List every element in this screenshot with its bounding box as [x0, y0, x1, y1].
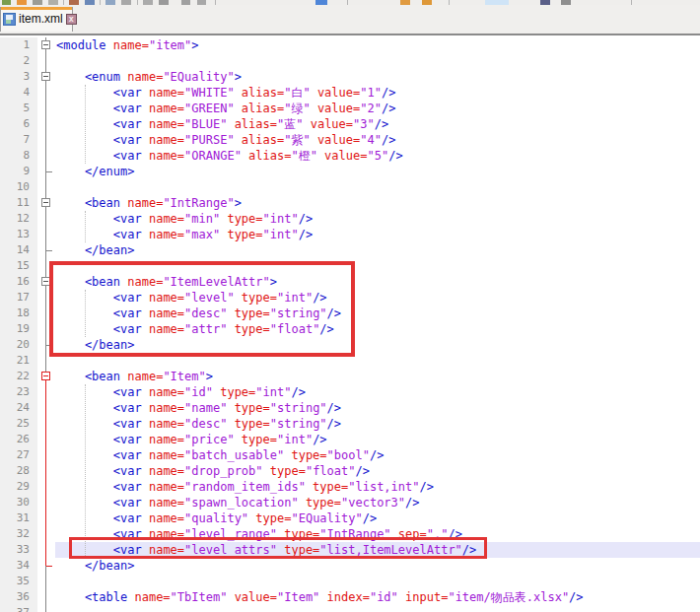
code-line[interactable]: 13 <var name="max" type="int"/> — [0, 227, 700, 242]
code-line[interactable]: 16 <bean name="ItemLevelAttr"> — [0, 274, 700, 290]
code-line[interactable]: 7 <var name="PURSE" alias="紫" value="4"/… — [0, 132, 700, 148]
indent-guide — [85, 290, 86, 337]
code-line[interactable]: 28 <var name="drop_prob" type="float"/> — [0, 463, 700, 479]
code-line[interactable]: 4 <var name="WHITE" alias="白" value="1"/… — [0, 85, 700, 101]
code-line[interactable]: 2 — [0, 53, 700, 69]
fold-toggle-icon[interactable] — [37, 369, 55, 384]
fold-toggle-icon[interactable] — [37, 69, 55, 85]
xml-attribute: type= — [306, 480, 348, 494]
code-line[interactable]: 11 <bean name="IntRange"> — [0, 195, 700, 211]
code-line[interactable]: 17 <var name="level" type="int"/> — [0, 290, 700, 306]
fold-toggle-icon[interactable] — [37, 37, 55, 53]
code-text[interactable]: <table name="TbItem" value="Item" index=… — [55, 589, 700, 605]
code-line[interactable]: 8 <var name="ORANGE" alias="橙" value="5"… — [0, 148, 700, 164]
code-text[interactable]: <bean name="ItemLevelAttr"> — [55, 274, 700, 290]
code-text[interactable]: <var name="desc" type="string"/> — [55, 306, 700, 321]
xml-value: "float" — [306, 464, 356, 478]
code-text[interactable]: <var name="level_range" type="IntRange" … — [55, 526, 700, 542]
code-text[interactable]: <var name="spawn_location" type="vector3… — [55, 495, 700, 510]
code-line[interactable]: 9 </enum> — [0, 164, 700, 179]
code-line[interactable]: 34 </bean> — [0, 558, 700, 574]
code-text[interactable] — [55, 53, 700, 69]
code-line[interactable]: 36 <table name="TbItem" value="Item" ind… — [0, 589, 700, 605]
code-text[interactable]: <module name="item"> — [55, 37, 700, 53]
code-line[interactable]: 23 <var name="id" type="int"/> — [0, 384, 700, 400]
code-text[interactable]: </bean> — [55, 558, 700, 574]
code-text[interactable]: <var name="desc" type="string"/> — [55, 416, 700, 432]
fold-toggle-icon[interactable] — [37, 274, 55, 290]
xml-value: "Item" — [163, 370, 205, 383]
xml-value: "min" — [184, 212, 220, 226]
fold-margin — [37, 116, 55, 132]
code-text[interactable]: <var name="price" type="int"/> — [55, 432, 700, 447]
code-text[interactable] — [55, 605, 700, 612]
code-text[interactable] — [55, 258, 700, 274]
active-tab-accent — [1, 7, 72, 10]
line-number: 2 — [0, 53, 37, 69]
code-text[interactable]: <bean name="Item"> — [55, 369, 700, 384]
code-line[interactable]: 3 <enum name="EQuality"> — [0, 69, 700, 85]
xml-attribute: name= — [142, 117, 184, 131]
xml-tag: <var — [56, 527, 142, 541]
code-text[interactable]: <bean name="IntRange"> — [55, 195, 700, 211]
line-number: 16 — [0, 274, 37, 290]
code-line[interactable]: 5 <var name="GREEN" alias="绿" value="2"/… — [0, 101, 700, 116]
code-line[interactable]: 21 — [0, 353, 700, 369]
code-text[interactable]: <var name="BLUE" alias="蓝" value="3"/> — [55, 116, 700, 132]
xml-tag: /> — [299, 212, 313, 226]
code-text[interactable]: <var name="ORANGE" alias="橙" value="5"/> — [55, 148, 700, 164]
code-text[interactable]: <var name="batch_usable" type="bool"/> — [55, 447, 700, 463]
code-line[interactable]: 22 <bean name="Item"> — [0, 369, 700, 384]
code-text[interactable]: <var name="min" type="int"/> — [55, 211, 700, 227]
line-number: 25 — [0, 416, 37, 432]
code-line[interactable]: 35 — [0, 574, 700, 589]
code-line[interactable]: 26 <var name="price" type="int"/> — [0, 432, 700, 447]
code-text[interactable]: <var name="GREEN" alias="绿" value="2"/> — [55, 101, 700, 116]
code-text[interactable]: <var name="PURSE" alias="紫" value="4"/> — [55, 132, 700, 148]
code-text[interactable]: <var name="random_item_ids" type="list,i… — [55, 479, 700, 495]
code-editor[interactable]: 1<module name="item">23 <enum name="EQua… — [0, 35, 700, 612]
code-line[interactable]: 25 <var name="desc" type="string"/> — [0, 416, 700, 432]
xml-tag: /> — [299, 228, 313, 241]
code-text[interactable]: <var name="WHITE" alias="白" value="1"/> — [55, 85, 700, 101]
code-line[interactable]: 10 — [0, 179, 700, 195]
code-line[interactable]: 1<module name="item"> — [0, 37, 700, 53]
code-line[interactable]: 24 <var name="name" type="string"/> — [0, 400, 700, 416]
code-text[interactable] — [55, 353, 700, 369]
code-line[interactable]: 12 <var name="min" type="int"/> — [0, 211, 700, 227]
code-line[interactable]: 32 <var name="level_range" type="IntRang… — [0, 526, 700, 542]
code-text[interactable]: <var name="name" type="string"/> — [55, 400, 700, 416]
xml-attribute: name= — [142, 527, 184, 541]
code-line[interactable]: 14 </bean> — [0, 242, 700, 258]
code-text[interactable]: <var name="quality" type="EQuality"/> — [55, 510, 700, 526]
xml-tag: <bean — [56, 196, 120, 210]
code-line[interactable]: 15 — [0, 258, 700, 274]
code-text[interactable] — [55, 179, 700, 195]
fold-margin — [37, 132, 55, 148]
code-text[interactable]: </bean> — [55, 242, 700, 258]
code-text[interactable]: <var name="id" type="int"/> — [55, 384, 700, 400]
tab-close-icon[interactable]: x — [66, 14, 77, 25]
code-text[interactable]: <var name="level" type="int"/> — [55, 290, 700, 306]
code-line[interactable]: 29 <var name="random_item_ids" type="lis… — [0, 479, 700, 495]
fold-toggle-icon[interactable] — [37, 195, 55, 211]
code-line[interactable]: 33 <var name="level_attrs" type="list,It… — [0, 542, 700, 558]
code-text[interactable]: <enum name="EQuality"> — [55, 69, 700, 85]
code-line[interactable]: 20 </bean> — [0, 337, 700, 353]
code-line[interactable]: 6 <var name="BLUE" alias="蓝" value="3"/> — [0, 116, 700, 132]
xml-tag: <table — [56, 590, 127, 604]
tab-item-xml[interactable]: item.xml x — [0, 7, 73, 32]
code-text[interactable]: <var name="attr" type="float"/> — [55, 321, 700, 337]
code-text[interactable]: </bean> — [55, 337, 700, 353]
code-line[interactable]: 31 <var name="quality" type="EQuality"/> — [0, 510, 700, 526]
code-line[interactable]: 27 <var name="batch_usable" type="bool"/… — [0, 447, 700, 463]
code-line[interactable]: 19 <var name="attr" type="float"/> — [0, 321, 700, 337]
code-text[interactable]: <var name="max" type="int"/> — [55, 227, 700, 242]
code-text[interactable]: <var name="level_attrs" type="list,ItemL… — [55, 542, 700, 558]
code-line[interactable]: 37 — [0, 605, 700, 612]
code-text[interactable] — [55, 574, 700, 589]
code-text[interactable]: </enum> — [55, 164, 700, 179]
code-line[interactable]: 18 <var name="desc" type="string"/> — [0, 306, 700, 321]
code-text[interactable]: <var name="drop_prob" type="float"/> — [55, 463, 700, 479]
code-line[interactable]: 30 <var name="spawn_location" type="vect… — [0, 495, 700, 510]
